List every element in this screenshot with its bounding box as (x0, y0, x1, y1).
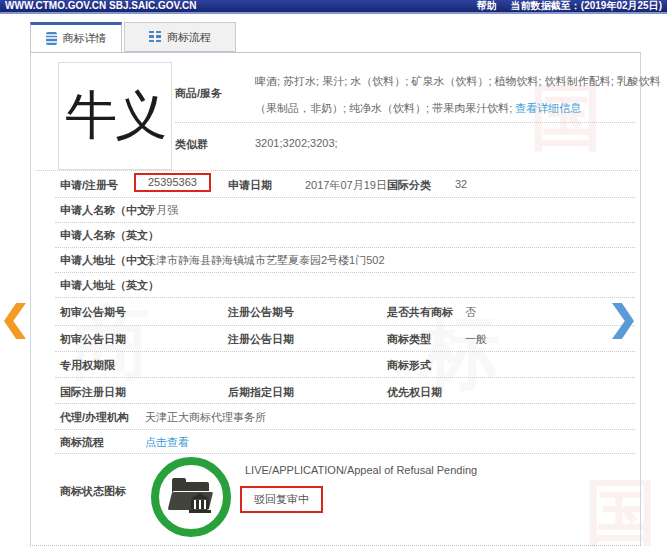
reg-number-highlight: 25395363 (134, 173, 211, 192)
intl-class-value: 32 (455, 178, 467, 190)
tab-trademark-process[interactable]: 商标流程 (124, 22, 236, 52)
click-to-view-link[interactable]: 点击查看 (145, 435, 189, 450)
tab-label: 商标流程 (167, 30, 211, 45)
separator (55, 403, 635, 404)
separator (175, 122, 635, 123)
exclusive-period-label: 专用权期限 (60, 358, 115, 373)
tab-trademark-details[interactable]: 商标详情 (30, 22, 122, 52)
separator (55, 197, 635, 198)
process-label: 商标流程 (60, 435, 104, 450)
regpub-date-label: 注册公告日期 (228, 332, 294, 347)
separator (55, 272, 635, 273)
tm-type-label: 商标类型 (387, 332, 431, 347)
next-arrow-icon[interactable] (612, 303, 634, 339)
shared-mark-label: 是否共有商标 (387, 305, 453, 320)
intl-reg-date-label: 国际注册日期 (60, 385, 126, 400)
goods-value: 啤酒; 苏打水; 果汁; 水（饮料）; 矿泉水（饮料）; 植物饮料; 饮料制作配… (255, 68, 661, 122)
regpub-no-label: 注册公告期号 (228, 305, 294, 320)
goods-label: 商品/服务 (175, 86, 222, 101)
separator (55, 377, 635, 378)
document-icon (46, 32, 57, 45)
content-right-border (640, 52, 641, 545)
app-date-label: 申请日期 (228, 178, 272, 193)
trademark-image: 牛义 (58, 62, 172, 170)
separator (55, 429, 635, 430)
similar-group-label: 类似群 (175, 137, 208, 152)
tm-type-value: 一般 (465, 332, 487, 347)
prelim-date-label: 初审公告日期 (60, 332, 126, 347)
separator (55, 325, 635, 326)
app-date-value: 2017年07月19日 (305, 178, 387, 193)
tab-label: 商标详情 (63, 31, 107, 46)
applicant-name-cn-value: 尹月强 (145, 203, 178, 218)
separator (55, 351, 635, 352)
content-bottom-border (30, 545, 641, 546)
agency-value: 天津正大商标代理事务所 (145, 410, 266, 425)
help-link[interactable]: 帮助 (477, 0, 497, 12)
view-details-link[interactable]: 查看详细信息 (515, 102, 581, 114)
watermark: 国 (585, 465, 657, 550)
list-icon (149, 31, 161, 43)
separator (55, 247, 635, 248)
tm-form-label: 商标形式 (387, 358, 431, 373)
intl-class-label: 国际分类 (387, 178, 431, 193)
status-en-text: LIVE/APPLICATION/Appeal of Refusal Pendi… (245, 464, 477, 476)
separator (55, 297, 635, 298)
content-top-border (30, 52, 641, 53)
applicant-addr-cn-value: 天津市静海县静海镇城市艺墅夏泰园2号楼1门502 (145, 253, 385, 268)
trademark-detail-page: WWW.CTMO.GOV.CN SBJ.SAIC.GOV.CN 帮助 当前数据截… (0, 0, 667, 550)
trademark-text: 牛义 (65, 81, 165, 151)
agency-label: 代理/办理机构 (60, 410, 129, 425)
prelim-no-label: 初审公告期号 (60, 305, 126, 320)
status-icon (151, 457, 231, 537)
reg-number-value: 25395363 (148, 176, 197, 188)
separator (35, 170, 638, 171)
later-date-label: 后期指定日期 (228, 385, 294, 400)
site-domains: WWW.CTMO.GOV.CN SBJ.SAIC.GOV.CN (5, 0, 197, 12)
shared-mark-value: 否 (465, 305, 476, 320)
top-bar: WWW.CTMO.GOV.CN SBJ.SAIC.GOV.CN 帮助 当前数据截… (0, 0, 667, 14)
goods-line1: 啤酒; 苏打水; 果汁; 水（饮料）; 矿泉水（饮料）; 植物饮料; 饮料制作配… (255, 68, 661, 95)
previous-arrow-icon[interactable] (4, 303, 26, 339)
status-icon-label: 商标状态图标 (60, 484, 126, 499)
applicant-addr-en-label: 申请人地址（英文） (60, 278, 159, 293)
priority-date-label: 优先权日期 (387, 385, 442, 400)
reg-number-label: 申请/注册号 (60, 178, 118, 193)
goods-line2: （果制品，非奶）; 纯净水（饮料）; 带果肉果汁饮料; 查看详细信息 (255, 95, 661, 122)
separator (55, 222, 635, 223)
content-left-border (30, 52, 31, 545)
separator (55, 453, 635, 454)
status-cn-text: 驳回复审中 (254, 493, 309, 505)
bank-building-icon (189, 493, 211, 513)
similar-group-value: 3201;3202;3203; (255, 137, 338, 149)
data-date: 当前数据截至：(2019年02月25日) (511, 0, 662, 12)
applicant-name-en-label: 申请人名称（英文） (60, 228, 159, 243)
status-cn-highlight: 驳回复审中 (240, 486, 323, 513)
